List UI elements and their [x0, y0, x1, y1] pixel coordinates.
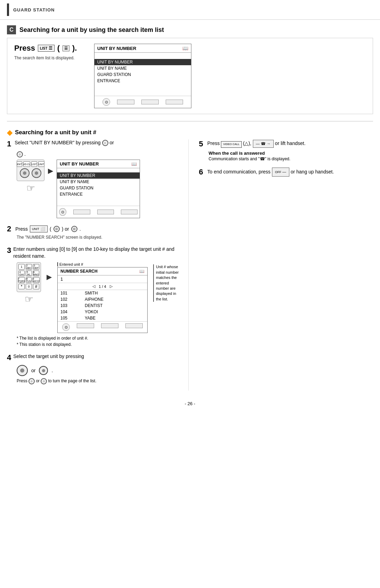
step1-key-ent: ENT — [17, 161, 22, 167]
step1-device: ENT VD.CL LIST UNIT — [17, 160, 44, 194]
step3-name-yabe: YABE — [85, 316, 96, 321]
step1-screen-title: UNIT BY NUMBER — [60, 161, 99, 167]
step4-knob1 — [17, 365, 28, 376]
step3-text: Enter numbers using [0] to [9] on the 10… — [13, 246, 181, 259]
section-c-title: Searching for a unit by using the search… — [19, 26, 164, 34]
step3-hand: ☞ — [25, 293, 33, 305]
press-paren-open: ( — [57, 44, 60, 53]
step3-nav-pages: 1 / 4 — [99, 284, 106, 289]
list-key-symbol: ☰ — [49, 46, 52, 51]
step5-text: Press VIDEO CALL (△), — ☎ → or lift hand… — [207, 139, 306, 148]
step6-end-text: To end communication, press — [207, 169, 271, 174]
step3-row-105: 105 YABE — [58, 315, 147, 321]
step5-number: 5 — [199, 139, 203, 148]
step2-number: 2 — [7, 224, 11, 233]
step5-phone-icon: ☎ — [260, 156, 265, 161]
step6-header: 6 To end communication, press OFF — or h… — [199, 168, 373, 177]
step6-or-hang: or hang up handset. — [291, 169, 334, 174]
step1-screen-item3: GUARD STATION — [57, 185, 140, 191]
col-right: 5 Press VIDEO CALL (△), — ☎ → or lift ha… — [189, 139, 373, 391]
step1-knob-icon: ○ — [102, 140, 108, 146]
step5-comm-text: Communication starts and " — [209, 156, 260, 161]
step3-row-104: 104 YOKOI — [58, 309, 147, 315]
step1-screen-item1: UNIT BY NUMBER — [57, 172, 140, 179]
accent-bar — [7, 3, 9, 16]
step4-note: Press ○ or ○ to turn the page of the lis… — [17, 378, 181, 384]
step3-key3: 3DEF — [33, 264, 39, 270]
step1-screen-rect3 — [121, 210, 138, 214]
screen1-title-bar: UNIT BY NUMBER 📖 — [94, 44, 191, 53]
step1-key-vcall: VD.CL — [23, 161, 30, 167]
step3-key1: 1 — [18, 264, 25, 270]
step3-device: 1 2ABC 3DEF 4GHI 5JKL 6MNO 7PQRS — [17, 262, 41, 305]
step2-unit-label: UNIT — [32, 227, 39, 231]
step-5: 5 Press VIDEO CALL (△), — ☎ → or lift ha… — [199, 139, 373, 161]
step1-key-list: LIST — [31, 161, 37, 167]
col-left: 1 Select "UNIT BY NUMBER" by pressing ○ … — [7, 139, 189, 391]
step4-knob2-inner — [42, 369, 45, 372]
step3-name-smith: SMITH — [85, 291, 98, 296]
step4-or: or — [31, 368, 35, 373]
press-paren-close: ). — [72, 44, 77, 53]
diamond-icon: ◆ — [7, 128, 12, 137]
step4-number: 4 — [7, 353, 11, 362]
step3-nav: ◁ 1 / 4 ▷ — [58, 283, 147, 290]
step3-entered-text: Entered unit # — [59, 262, 83, 266]
step1-right-knob — [32, 168, 41, 178]
step1-text: Select "UNIT BY NUMBER" by pressing ○ or — [13, 139, 114, 146]
step3-note1: The list is displayed in order of unit #… — [17, 336, 181, 341]
step5-press-text: Press — [207, 140, 220, 146]
step3-annotation-text: Unit # whose initial number matches the … — [153, 264, 181, 302]
step3-num-102: 102 — [60, 297, 74, 302]
screen-mockup-1: UNIT BY NUMBER 📖 UNIT BY NUMBER UNIT BY … — [94, 44, 191, 108]
step4-note-circle1: ○ — [28, 378, 35, 384]
step4-knob2 — [39, 366, 48, 375]
guard-station-title: GUARD STATION — [13, 7, 55, 12]
step3-entered-label: Entered unit # — [57, 262, 148, 266]
section-sub-title: Searching for a unit by unit # — [15, 129, 96, 136]
step3-screen-title: NUMBER SEARCH 📖 — [58, 267, 147, 275]
step3-key2: 2ABC — [26, 264, 32, 270]
step3-row3: 7PQRS 8TUV 9WXYZ — [18, 277, 39, 283]
step1-header: 1 Select "UNIT BY NUMBER" by pressing ○ … — [7, 139, 181, 148]
step3-number: 3 — [7, 246, 11, 255]
step3-key-star: * — [18, 284, 25, 289]
press-box: Press LIST ☰ ( ☰ ). The search item list… — [7, 38, 373, 114]
step5-vcall-key: VIDEO CALL — [221, 141, 241, 148]
step4-note-end: to turn the page of the list. — [48, 379, 97, 384]
divider-1 — [7, 121, 373, 121]
list-key-label: LIST — [40, 46, 48, 50]
step4-dot: . — [51, 368, 53, 373]
step2-unit-sym: ⬜ — [40, 227, 46, 231]
step1-device-screen: ENT VD.CL LIST UNIT — [17, 160, 181, 218]
step3-diagram: 1 2ABC 3DEF 4GHI 5JKL 6MNO 7PQRS — [17, 262, 181, 347]
step3-key7: 7PQRS — [18, 277, 25, 283]
step3-num-103: 103 — [60, 303, 74, 308]
screen1-title: UNIT BY NUMBER — [97, 46, 136, 51]
step3-nav-left: ◁ — [92, 284, 95, 289]
step-1: 1 Select "UNIT BY NUMBER" by pressing ○ … — [7, 139, 181, 218]
step1-or: or — [109, 140, 114, 145]
step1-knob-inner2 — [35, 171, 38, 175]
step3-notes: The list is displayed in order of unit #… — [17, 336, 181, 347]
section-c-header: C Searching for a unit by using the sear… — [0, 20, 380, 38]
step1-arrow: ▶ — [48, 167, 53, 175]
step-6: 6 To end communication, press OFF — or h… — [199, 168, 373, 177]
step3-input-val: 1 — [60, 276, 63, 282]
step3-annotation: Unit # whose initial number matches the … — [153, 264, 181, 302]
step4-text: Select the target unit by pressing — [13, 353, 84, 360]
step3-input: 1 — [58, 275, 147, 283]
step3-key8: 8TUV — [26, 277, 32, 283]
step1-number: 1 — [7, 139, 11, 148]
search-list-displayed-text: The search item list is displayed. — [14, 56, 84, 60]
step5-displayed-text: " is displayed. — [265, 156, 291, 161]
step1-knob-area — [18, 168, 43, 178]
step3-name-dentist: DENTIST — [85, 303, 102, 308]
step1-key-unit: UNIT — [38, 161, 44, 167]
step2-press: Press — [15, 226, 28, 232]
step3-row-103: 103 DENTIST — [58, 302, 147, 309]
step1-screen-body: UNIT BY NUMBER UNIT BY NAME GUARD STATIO… — [57, 168, 140, 206]
step6-text: To end communication, press OFF — or han… — [207, 168, 334, 177]
section-c-badge: C — [7, 25, 16, 34]
step1-hand-icon: ☞ — [26, 182, 35, 194]
